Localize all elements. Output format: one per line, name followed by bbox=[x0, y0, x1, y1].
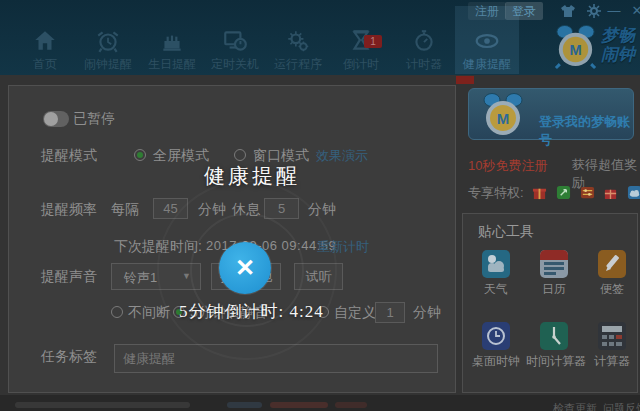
app-logo-icon: M bbox=[552, 23, 599, 70]
overlay-title: 健康提醒 bbox=[204, 162, 300, 190]
weather-icon bbox=[482, 250, 510, 278]
every-label: 每隔 bbox=[111, 201, 139, 219]
ringtone-select[interactable]: 铃声1 ▼ bbox=[111, 263, 201, 290]
shutdown-icon bbox=[222, 28, 248, 54]
minutes-label: 分钟 bbox=[308, 201, 336, 219]
tool-weather[interactable]: 天气 bbox=[468, 250, 524, 298]
free-register-link[interactable]: 10秒免费注册 bbox=[468, 157, 547, 175]
close-icon: ✕ bbox=[235, 254, 255, 281]
alarm-mascot-icon: M bbox=[479, 91, 527, 139]
gear-icon[interactable] bbox=[586, 3, 602, 19]
home-icon bbox=[32, 28, 58, 54]
tool-label: 天气 bbox=[468, 281, 524, 298]
task-name-input[interactable] bbox=[114, 344, 438, 373]
calendar-icon bbox=[540, 250, 568, 278]
tab-birthday[interactable]: 生日提醒 bbox=[140, 6, 204, 74]
app-logo-text: 梦畅 闹钟 bbox=[601, 26, 635, 64]
tab-label: 计时器 bbox=[392, 56, 456, 73]
gift-box-icon[interactable] bbox=[532, 185, 547, 200]
time-calculator-icon bbox=[540, 322, 568, 350]
header-bar: 注册 登录 — ✕ 首页 闹钟提醒 生日提醒 定时关机 运行程序 bbox=[0, 0, 640, 75]
tool-desktop-clock[interactable]: 桌面时钟 bbox=[468, 322, 524, 370]
paused-toggle[interactable] bbox=[43, 111, 69, 127]
tool-calendar[interactable]: 日历 bbox=[526, 250, 582, 298]
cloud-icon[interactable] bbox=[627, 185, 640, 200]
cake-icon bbox=[159, 28, 185, 54]
tab-timer[interactable]: 计时器 bbox=[392, 6, 456, 74]
stopwatch-icon bbox=[411, 28, 437, 54]
tab-label: 运行程序 bbox=[266, 56, 330, 73]
footer-text-smudge bbox=[227, 402, 262, 408]
tool-label: 桌面时钟 bbox=[468, 353, 524, 370]
gears-icon bbox=[285, 28, 311, 54]
demo-link[interactable]: 效果演示 bbox=[316, 147, 368, 165]
tool-label: 日历 bbox=[526, 281, 582, 298]
login-banner-button[interactable]: M 登录我的梦畅账号 bbox=[468, 88, 634, 140]
next-time-label: 下次提醒时间: bbox=[114, 238, 202, 256]
custom-minutes-input[interactable] bbox=[375, 302, 405, 323]
continuous-label: 不间断 bbox=[128, 304, 170, 322]
custom-label: 自定义 bbox=[334, 304, 376, 322]
privileges-label: 专享特权: bbox=[468, 184, 524, 202]
minimize-icon[interactable]: — bbox=[606, 3, 622, 19]
tab-home[interactable]: 首页 bbox=[13, 6, 77, 74]
tab-label: 闹钟提醒 bbox=[76, 56, 140, 73]
toggle-knob bbox=[44, 112, 58, 126]
tool-time-calculator[interactable]: 时间计算器 bbox=[526, 322, 582, 370]
continuous-radio[interactable] bbox=[111, 306, 123, 318]
tool-note[interactable]: 便签 bbox=[584, 250, 640, 298]
reset-timer-link[interactable]: 重新计时 bbox=[317, 238, 369, 256]
rest-input[interactable] bbox=[264, 198, 299, 219]
paused-label: 已暂停 bbox=[73, 110, 115, 128]
sound-label: 提醒声音 bbox=[41, 268, 97, 286]
overlay-close-button[interactable]: ✕ bbox=[219, 242, 271, 294]
tools-title: 贴心工具 bbox=[478, 223, 534, 241]
ringtone-value: 铃声1 bbox=[124, 269, 157, 287]
tool-calculator[interactable]: 计算器 bbox=[584, 322, 640, 370]
app-window: 注册 登录 — ✕ 首页 闹钟提醒 生日提醒 定时关机 运行程序 bbox=[0, 0, 640, 411]
tab-health-reminder[interactable]: 健康提醒 bbox=[455, 6, 519, 74]
feedback-link[interactable]: 问题反馈 bbox=[603, 401, 640, 411]
gift-icon[interactable] bbox=[603, 185, 618, 200]
mode-label: 提醒模式 bbox=[41, 147, 97, 165]
tool-label: 计算器 bbox=[584, 353, 640, 370]
skin-icon[interactable] bbox=[560, 3, 576, 19]
fullscreen-mode-radio[interactable] bbox=[134, 149, 146, 161]
tool-label: 时间计算器 bbox=[526, 353, 582, 370]
preview-button[interactable]: 试听 bbox=[294, 263, 343, 290]
window-mode-radio[interactable] bbox=[234, 149, 246, 161]
tab-countdown[interactable]: 1 倒计时 bbox=[329, 6, 393, 74]
note-pencil-icon bbox=[598, 250, 626, 278]
minutes-label: 分钟 bbox=[413, 304, 441, 322]
calculator-icon bbox=[598, 322, 626, 350]
footer-text-smudge bbox=[270, 402, 328, 408]
svg-text:M: M bbox=[497, 110, 510, 127]
tab-label: 健康提醒 bbox=[455, 56, 519, 73]
tab-label: 首页 bbox=[13, 56, 77, 73]
rest-label: 休息 bbox=[232, 201, 260, 219]
tab-run-program[interactable]: 运行程序 bbox=[266, 6, 330, 74]
footer-text-smudge bbox=[15, 402, 190, 408]
minutes-label: 分钟 bbox=[198, 201, 226, 219]
close-window-icon[interactable]: ✕ bbox=[629, 3, 640, 19]
desktop-clock-icon bbox=[482, 322, 510, 350]
marquee-fragment bbox=[456, 76, 474, 84]
countdown-badge: 1 bbox=[364, 35, 382, 48]
footer-text-smudge bbox=[335, 402, 367, 408]
settings-panel: 已暂停 提醒模式 全屏模式 窗口模式 效果演示 提醒频率 每隔 分钟 休息 分钟… bbox=[8, 85, 456, 393]
rocket-icon[interactable] bbox=[556, 185, 571, 200]
tab-label: 倒计时 bbox=[329, 56, 393, 73]
tab-label: 定时关机 bbox=[203, 56, 267, 73]
eye-icon bbox=[474, 28, 500, 54]
check-update-link[interactable]: 检查更新 bbox=[553, 401, 597, 411]
status-bar: 检查更新 问题反馈 bbox=[0, 395, 640, 411]
abacus-icon[interactable] bbox=[580, 185, 595, 200]
tab-shutdown[interactable]: 定时关机 bbox=[203, 6, 267, 74]
interval-input[interactable] bbox=[153, 198, 188, 219]
tab-label: 生日提醒 bbox=[140, 56, 204, 73]
svg-text:M: M bbox=[569, 42, 581, 58]
fullscreen-mode-label: 全屏模式 bbox=[153, 147, 209, 165]
login-banner-label: 登录我的梦畅账号 bbox=[539, 113, 633, 149]
tab-alarm[interactable]: 闹钟提醒 bbox=[76, 6, 140, 74]
alarm-clock-icon bbox=[95, 28, 121, 54]
